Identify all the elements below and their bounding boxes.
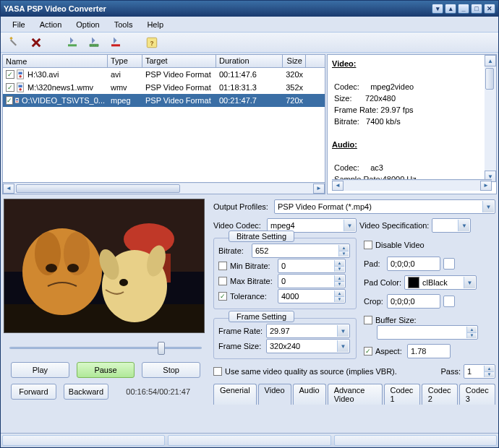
tab-video[interactable]: Video bbox=[258, 384, 291, 405]
backward-button[interactable]: Backward bbox=[64, 384, 109, 400]
play-button[interactable]: Play bbox=[11, 362, 69, 378]
menu-help[interactable]: Help bbox=[141, 19, 169, 30]
svg-point-12 bbox=[17, 101, 18, 103]
close-button[interactable]: ✕ bbox=[484, 4, 495, 14]
frame-setting-button[interactable]: Frame Setting bbox=[229, 311, 294, 322]
minimize-button[interactable]: ▴ bbox=[445, 4, 456, 14]
col-type[interactable]: Type bbox=[108, 55, 142, 67]
table-row[interactable]: ✓O:\VIDEO_TS\VTS_0...mpegPSP Video Forma… bbox=[3, 94, 325, 107]
seek-slider[interactable] bbox=[9, 340, 202, 355]
minimize-alt-button[interactable]: ▾ bbox=[432, 4, 443, 14]
crop-ellipsis-button[interactable] bbox=[443, 296, 455, 307]
buffer-size-input[interactable]: ▲▼ bbox=[377, 325, 478, 340]
file-icon bbox=[14, 95, 20, 105]
row-checkbox[interactable]: ✓ bbox=[6, 83, 14, 92]
menu-action[interactable]: Action bbox=[34, 19, 68, 30]
bitrate-setting-button[interactable]: Bitrate Setting bbox=[229, 231, 294, 242]
svg-rect-1 bbox=[111, 44, 120, 46]
info-h-scrollbar[interactable]: ◄ ► bbox=[332, 179, 492, 191]
tab-audio[interactable]: Audio bbox=[293, 384, 326, 405]
disable-video-checkbox[interactable] bbox=[364, 241, 372, 249]
convert-one-icon[interactable] bbox=[66, 36, 79, 49]
scroll-right-icon[interactable]: ► bbox=[313, 184, 325, 194]
table-row[interactable]: ✓M:\320news1.wmvwmvPSP Video Format01:18… bbox=[3, 81, 325, 94]
frame-size-combo[interactable]: 320x240▼ bbox=[266, 339, 350, 353]
frame-rate-combo[interactable]: 29.97▼ bbox=[266, 324, 350, 338]
max-bitrate-checkbox[interactable] bbox=[218, 277, 227, 285]
bitrate-fieldset: Bitrate Setting Bitrate: 652▲▼ Min Bitra… bbox=[213, 238, 357, 309]
crop-input[interactable]: 0;0;0;0 bbox=[387, 294, 440, 309]
chevron-down-icon[interactable]: ▼ bbox=[482, 201, 494, 212]
video-spec-combo[interactable]: ▼ bbox=[432, 218, 471, 233]
scroll-left-icon[interactable]: ◄ bbox=[332, 181, 344, 191]
svg-rect-8 bbox=[19, 85, 22, 88]
media-info: Video: Codec: mpeg2video Size: 720x480 F… bbox=[327, 54, 497, 194]
svg-point-9 bbox=[19, 88, 22, 91]
stop-convert-icon[interactable] bbox=[109, 36, 122, 49]
tolerance-checkbox[interactable]: ✓ bbox=[218, 292, 227, 301]
menu-file[interactable]: File bbox=[7, 19, 31, 30]
aspect-checkbox[interactable]: ✓ bbox=[364, 347, 372, 356]
status-segment bbox=[2, 435, 165, 446]
h-scrollbar[interactable]: ◄ ► bbox=[3, 182, 325, 194]
tab-codec-2[interactable]: Codec 2 bbox=[422, 384, 458, 405]
video-preview bbox=[4, 199, 205, 333]
frame-fieldset: Frame Setting Frame Rate: 29.97▼ Frame S… bbox=[213, 318, 357, 359]
table-row[interactable]: ✓H:\30.aviaviPSP Video Format00:11:47.63… bbox=[3, 68, 325, 81]
menu-option[interactable]: Option bbox=[70, 19, 105, 30]
tab-generial[interactable]: Generial bbox=[213, 384, 257, 405]
color-swatch-icon bbox=[408, 277, 419, 288]
forward-button[interactable]: Forward bbox=[11, 384, 56, 400]
add-icon[interactable] bbox=[8, 36, 21, 49]
window-title: YASA PSP Video Converter bbox=[4, 4, 432, 13]
spin-down-icon: ▼ bbox=[338, 251, 349, 257]
toolbar: ? bbox=[1, 33, 498, 53]
statusbar bbox=[1, 433, 498, 447]
col-target[interactable]: Target bbox=[142, 55, 216, 67]
pad-ellipsis-button[interactable] bbox=[443, 258, 455, 270]
min-bitrate-input[interactable]: 0▲▼ bbox=[278, 259, 346, 273]
spin-up-icon: ▲ bbox=[338, 245, 349, 251]
svg-point-26 bbox=[119, 279, 128, 286]
svg-rect-17 bbox=[4, 304, 205, 333]
scroll-up-icon[interactable]: ▲ bbox=[485, 55, 496, 66]
chevron-down-icon[interactable]: ▼ bbox=[344, 220, 355, 231]
bitrate-input[interactable]: 652▲▼ bbox=[252, 244, 350, 258]
chevron-down-icon[interactable]: ▼ bbox=[458, 220, 469, 231]
video-spec-label: Video Specification: bbox=[359, 221, 429, 230]
pad-color-combo[interactable]: clBlack▼ bbox=[404, 275, 477, 290]
file-list: Name Type Target Duration Size ✓H:\30.av… bbox=[2, 54, 325, 194]
pad-input[interactable]: 0;0;0;0 bbox=[387, 257, 440, 271]
svg-point-22 bbox=[67, 264, 79, 272]
pause-button[interactable]: Pause bbox=[77, 362, 135, 378]
help-icon[interactable]: ? bbox=[145, 36, 158, 49]
vbr-checkbox[interactable] bbox=[213, 367, 222, 376]
menu-tools[interactable]: Tools bbox=[108, 19, 139, 30]
stop-button[interactable]: Stop bbox=[142, 362, 200, 378]
maximize-button[interactable]: □ bbox=[471, 4, 482, 14]
min-bitrate-checkbox[interactable] bbox=[218, 262, 227, 270]
buffer-size-checkbox[interactable] bbox=[364, 316, 372, 324]
col-name[interactable]: Name bbox=[3, 55, 108, 67]
row-checkbox[interactable]: ✓ bbox=[6, 96, 13, 105]
v-scrollbar[interactable]: ▲ ▼ bbox=[485, 55, 496, 182]
tab-codec-1[interactable]: Codec 1 bbox=[384, 384, 420, 405]
video-codec-label: Video Codec: bbox=[213, 221, 264, 230]
restore-button[interactable]: _ bbox=[458, 4, 469, 14]
convert-all-icon[interactable] bbox=[88, 36, 101, 49]
video-header: Video: bbox=[332, 59, 356, 68]
output-profile-combo[interactable]: PSP Video Format (*.mp4)▼ bbox=[274, 199, 495, 214]
tab-advance-video[interactable]: Advance Video bbox=[328, 384, 383, 405]
tab-codec-3[interactable]: Codec 3 bbox=[459, 384, 495, 405]
tolerance-input[interactable]: 4000▲▼ bbox=[278, 289, 346, 303]
svg-rect-11 bbox=[16, 99, 18, 100]
scroll-left-icon[interactable]: ◄ bbox=[3, 184, 14, 194]
row-checkbox[interactable]: ✓ bbox=[6, 70, 14, 79]
max-bitrate-input[interactable]: 0▲▼ bbox=[278, 274, 346, 288]
aspect-input[interactable]: 1.78 bbox=[407, 344, 451, 358]
col-size[interactable]: Size bbox=[283, 55, 306, 67]
remove-icon[interactable] bbox=[30, 36, 43, 49]
pass-input[interactable]: 1▲▼ bbox=[464, 364, 495, 379]
col-duration[interactable]: Duration bbox=[216, 55, 283, 67]
scroll-right-icon[interactable]: ► bbox=[480, 181, 492, 191]
